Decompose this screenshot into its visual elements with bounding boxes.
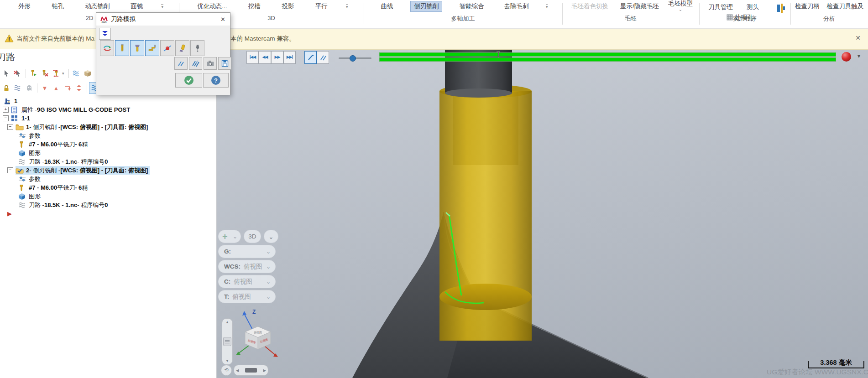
dialog-title-bar[interactable]: 2026 刀路模拟 ✕ xyxy=(96,13,230,26)
toolpath-waves-icon[interactable] xyxy=(71,68,82,79)
elbow-arrow-icon[interactable] xyxy=(62,83,73,93)
toolpath-simulation-dialog[interactable]: 2026 刀路模拟 ✕ ? xyxy=(96,12,230,95)
progress-marker[interactable] xyxy=(498,51,499,57)
step-forward-button[interactable]: ▶▶ xyxy=(271,51,283,64)
hatch-light-button[interactable] xyxy=(174,57,188,70)
cursor-icon[interactable] xyxy=(1,68,12,79)
save-button[interactable] xyxy=(218,57,231,70)
warning-close-button[interactable]: ✕ xyxy=(855,34,861,41)
backplot-delete-icon[interactable] xyxy=(39,68,50,79)
ribbon-item-parallel[interactable]: 平行 xyxy=(313,1,330,12)
help-button[interactable]: ? xyxy=(203,73,229,88)
gallery-drop-icon[interactable]: ▾ xyxy=(161,4,163,9)
solid-cube-icon[interactable] xyxy=(82,68,93,79)
slider-handle[interactable] xyxy=(245,368,257,373)
tool-shaded-button[interactable] xyxy=(175,40,189,56)
display-vectors-toggle[interactable] xyxy=(317,51,329,64)
view-options-pill[interactable]: ⌄ xyxy=(264,230,278,243)
ribbon-item-face-mill[interactable]: 面铣 xyxy=(128,1,146,12)
lock-icon[interactable] xyxy=(1,83,12,93)
plane-pill-t[interactable]: T:俯视图⌄ xyxy=(218,290,276,303)
tool-silhouette-button[interactable] xyxy=(190,40,204,56)
collision-indicator-icon[interactable] xyxy=(842,52,851,62)
ribbon-item-drill[interactable]: 钻孔 xyxy=(49,1,67,12)
ribbon-item-swarf-milling-selected[interactable]: 侧刃铣削 xyxy=(410,1,442,12)
move-updown-icon[interactable] xyxy=(73,83,84,93)
hatch-dense-button[interactable] xyxy=(189,57,202,70)
dropdown-icon[interactable]: ▾ xyxy=(858,53,860,59)
ribbon-item-dynamic-mill[interactable]: 动态铣削 xyxy=(82,1,112,12)
tree-row[interactable]: −1 - 侧刃铣削 - [WCS: 俯视图] - [刀具面: 俯视图] xyxy=(0,123,216,131)
ribbon-item-deburr[interactable]: 去除毛刺 xyxy=(501,1,531,12)
tool-flute-button[interactable] xyxy=(115,40,129,56)
plane-pill-wcs[interactable]: WCS:俯视图⌄ xyxy=(218,260,276,273)
horizontal-pan-slider[interactable]: ◀ ▶ xyxy=(234,365,268,376)
view-cube-gizmo[interactable]: Z 俯视图 前视图 右视图 xyxy=(230,306,285,359)
tree-row[interactable]: 刀路 - 16.3K - 1.nc - 程序编号 0 xyxy=(0,157,216,166)
tree-row[interactable]: −2 - 侧刃铣削 - [WCS: 俯视图] - [刀具面: 俯视图] xyxy=(0,166,216,175)
skip-to-start-button[interactable]: |◀◀ xyxy=(246,51,259,64)
move-down-icon[interactable]: ▼ xyxy=(39,83,50,93)
reset-view-button[interactable]: ⟲ xyxy=(221,365,232,376)
tree-row[interactable]: +属性 - 9G ISO VMC MILL G-CODE POST xyxy=(0,105,216,114)
ribbon-item-tool-manager[interactable]: 刀具管理 xyxy=(706,2,736,13)
backplot-regen-icon[interactable] xyxy=(51,68,62,79)
display-toolpath-toggle[interactable] xyxy=(304,51,317,64)
tree-row[interactable]: 1 xyxy=(0,97,216,105)
move-up-icon[interactable]: ▲ xyxy=(51,83,62,93)
dropdown-icon[interactable]: ▾ xyxy=(62,71,67,76)
tree-row[interactable]: 参数 xyxy=(0,175,216,183)
gallery-drop-icon[interactable]: ▾ xyxy=(546,4,548,9)
arrow-left-icon[interactable]: ◀ xyxy=(236,368,239,373)
ribbon-item-project[interactable]: 投影 xyxy=(279,1,297,12)
skip-to-end-button[interactable]: ▶▶| xyxy=(283,51,296,64)
ribbon-item-probe[interactable]: 测头 xyxy=(744,2,762,13)
tree-row[interactable]: 图形 xyxy=(0,192,216,201)
ribbon-item-unified[interactable]: 智能综合 xyxy=(457,1,487,12)
view-mode-pill[interactable]: 3D xyxy=(244,230,261,243)
add-plane-button[interactable]: + ⌄ xyxy=(218,230,241,243)
tool-block-icon[interactable] xyxy=(776,3,786,15)
graphics-viewport[interactable]: + ⌄ 3D ⌄ ▲ ▼ ⟲ ◀ ▶ Z xyxy=(216,49,868,378)
tool-holder-button[interactable] xyxy=(130,40,144,56)
collapse-icon[interactable]: − xyxy=(3,115,9,121)
arrow-right-icon[interactable]: ▶ xyxy=(263,368,266,373)
collision-point-button[interactable] xyxy=(160,40,174,56)
ribbon-item-contour[interactable]: 外形 xyxy=(16,1,33,12)
step-back-button[interactable]: ◀◀ xyxy=(259,51,271,64)
ghost-icon[interactable] xyxy=(24,83,35,93)
gallery-drop-icon[interactable]: ▾ xyxy=(346,4,348,9)
tree-row[interactable]: 刀路 - 18.5K - 1.nc - 程序编号 0 xyxy=(0,201,216,209)
speed-slider-handle[interactable] xyxy=(350,55,356,62)
ribbon-item-show-hide-stock[interactable]: 显示/隐藏毛坯 xyxy=(617,1,662,12)
backplot-play-icon[interactable] xyxy=(28,68,39,79)
dialog-close-button[interactable]: ✕ xyxy=(220,16,225,23)
ribbon-item-check-tool-reach[interactable]: 检查刀具触及 xyxy=(824,1,866,12)
tree-row[interactable]: 图形 xyxy=(0,149,216,157)
tree-row[interactable]: #7 - M6.00 平铣刀 - 6 精 xyxy=(0,183,216,192)
camera-button[interactable] xyxy=(204,57,217,70)
waves-icon[interactable] xyxy=(12,83,23,93)
ok-button[interactable] xyxy=(175,73,202,88)
ribbon-item-optirough[interactable]: 优化动态... xyxy=(194,1,230,12)
plane-pill-g[interactable]: G:⌄ xyxy=(218,245,276,258)
ribbon-item-stock-model[interactable]: 毛坯模型 ⌄ xyxy=(668,0,693,12)
ribbon-item-curve[interactable]: 曲线 xyxy=(378,1,396,12)
ribbon-item-pocket[interactable]: 挖槽 xyxy=(246,1,263,12)
simulation-progress-bar[interactable] xyxy=(379,52,836,62)
tree-row[interactable]: ▶ xyxy=(0,209,216,218)
tree-row[interactable]: 参数 xyxy=(0,131,216,140)
tool-corner-button[interactable] xyxy=(145,40,159,56)
tree-row[interactable]: #7 - M6.00 平铣刀 - 6 精 xyxy=(0,140,216,149)
tree-row[interactable]: −1-1 xyxy=(0,114,216,123)
collapse-panel-button[interactable] xyxy=(99,28,111,40)
ribbon-item-check-holder[interactable]: 检查刀柄 xyxy=(792,1,822,12)
arrow-up-icon[interactable]: ▲ xyxy=(225,320,229,324)
plane-pill-c[interactable]: C:俯视图⌄ xyxy=(218,275,276,288)
cursor-delete-icon[interactable] xyxy=(12,68,23,79)
regen-rotate-button[interactable] xyxy=(100,40,114,56)
arrow-down-icon[interactable]: ▼ xyxy=(225,359,229,363)
expand-icon[interactable]: + xyxy=(3,107,9,113)
collapse-icon[interactable]: − xyxy=(7,167,13,173)
collapse-icon[interactable]: − xyxy=(7,124,13,130)
